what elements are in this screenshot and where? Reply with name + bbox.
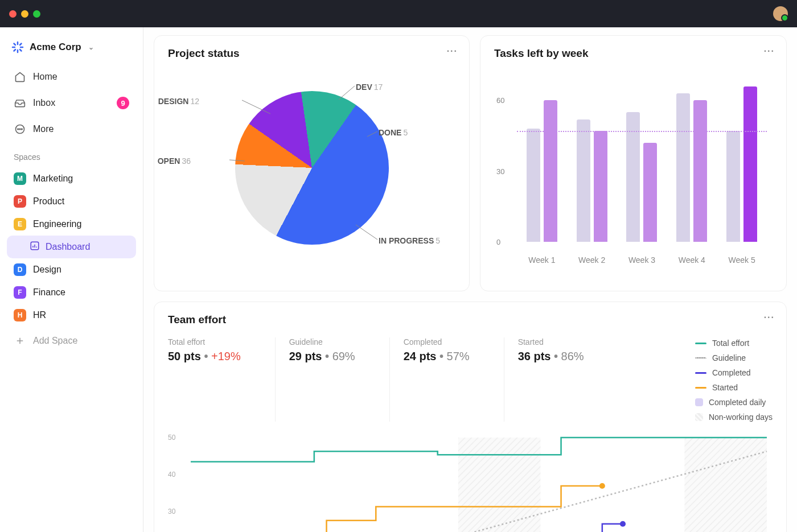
- svg-line-7: [14, 50, 16, 51]
- card-project-status: Project status ··· DEV17DONE5IN PROGRESS…: [154, 35, 470, 291]
- space-label: HR: [33, 310, 46, 320]
- bar-group: [577, 77, 607, 242]
- add-space-label: Add Space: [33, 336, 77, 346]
- bar[interactable]: [743, 86, 757, 242]
- effort-stats-row: Total effort 50 pts • +19% Guideline 29 …: [168, 337, 773, 422]
- main-content: Project status ··· DEV17DONE5IN PROGRESS…: [143, 27, 797, 532]
- chevron-down-icon: ⌄: [88, 43, 94, 51]
- legend-completed[interactable]: Completed: [695, 368, 773, 377]
- close-window-icon[interactable]: [9, 10, 17, 18]
- pie-label-design: DESIGN12: [158, 97, 199, 106]
- pie-label-dev: DEV17: [356, 83, 383, 92]
- inbox-icon: [14, 97, 26, 109]
- svg-point-11: [22, 129, 23, 130]
- pie-label-in-progress: IN PROGRESS5: [379, 236, 440, 245]
- inbox-badge: 9: [117, 97, 129, 109]
- card-team-effort: Team effort ··· Total effort 50 pts • +1…: [154, 302, 787, 532]
- y-tick: 30: [168, 508, 175, 515]
- home-icon: [14, 71, 26, 83]
- nav-more[interactable]: More: [7, 117, 136, 141]
- sidebar-space-marketing[interactable]: MMarketing: [7, 167, 136, 190]
- reference-line: [517, 131, 767, 132]
- more-icon: [14, 123, 26, 135]
- stat-guideline: Guideline 29 pts • 69%: [275, 337, 389, 422]
- sidebar-space-design[interactable]: DDesign: [7, 258, 136, 281]
- legend-guideline[interactable]: Guideline: [695, 353, 773, 362]
- svg-point-28: [620, 521, 626, 527]
- x-label: Week 3: [628, 255, 655, 265]
- nav-inbox[interactable]: Inbox 9: [7, 91, 136, 115]
- x-label: Week 4: [679, 255, 705, 265]
- bar[interactable]: [527, 129, 540, 242]
- space-badge-icon: P: [14, 195, 26, 208]
- bar-group: [726, 77, 757, 242]
- sidebar: Acme Corp ⌄ Home Inbox 9 More: [0, 27, 143, 532]
- bar[interactable]: [676, 93, 690, 242]
- x-label: Week 5: [728, 255, 755, 265]
- bar[interactable]: [726, 131, 740, 242]
- stat-total-effort: Total effort 50 pts • +19%: [168, 337, 275, 422]
- y-tick: 0: [496, 238, 500, 246]
- svg-point-10: [19, 129, 20, 130]
- bar[interactable]: [594, 131, 607, 242]
- nav-home-label: Home: [33, 72, 57, 82]
- card-menu-button[interactable]: ···: [447, 46, 458, 56]
- titlebar: [0, 0, 797, 27]
- card-title: Tasks left by week: [494, 47, 773, 60]
- svg-line-4: [14, 44, 16, 46]
- legend-completed-daily[interactable]: Completed daily: [695, 398, 773, 407]
- svg-line-5: [20, 50, 22, 51]
- legend-started[interactable]: Started: [695, 383, 773, 392]
- y-tick: 60: [496, 96, 504, 105]
- sidebar-space-product[interactable]: PProduct: [7, 190, 136, 213]
- line-chart: 20304050: [168, 438, 773, 532]
- add-space-button[interactable]: Add Space: [7, 329, 136, 353]
- spaces-section-label: Spaces: [7, 143, 136, 165]
- bar[interactable]: [577, 119, 590, 242]
- card-menu-button[interactable]: ···: [764, 46, 775, 56]
- pie-label-done: DONE5: [379, 128, 408, 137]
- effort-legend: Total effort Guideline Completed Started…: [695, 337, 773, 422]
- y-tick: 30: [496, 167, 504, 175]
- bar-group: [676, 77, 707, 242]
- space-label: Marketing: [33, 174, 73, 184]
- space-badge-icon: D: [14, 263, 26, 276]
- dashboard-label: Dashboard: [46, 242, 90, 252]
- sidebar-space-hr[interactable]: HHR: [7, 304, 136, 327]
- bar-group: [527, 77, 557, 242]
- card-menu-button[interactable]: ···: [764, 312, 775, 323]
- sidebar-space-engineering[interactable]: EEngineering: [7, 213, 136, 236]
- y-tick: 50: [168, 434, 175, 442]
- x-label: Week 2: [578, 255, 605, 265]
- svg-rect-26: [684, 438, 767, 532]
- bar-group: [626, 77, 657, 242]
- user-avatar[interactable]: [773, 6, 788, 21]
- sidebar-dashboard[interactable]: Dashboard: [7, 236, 136, 258]
- nav-home[interactable]: Home: [7, 65, 136, 89]
- minimize-window-icon[interactable]: [21, 10, 28, 18]
- workspace-logo-icon: [11, 41, 24, 53]
- legend-nonworking[interactable]: Non-working days: [695, 413, 773, 422]
- card-title: Project status: [168, 47, 455, 60]
- bar[interactable]: [693, 100, 707, 242]
- nav-inbox-label: Inbox: [33, 98, 55, 108]
- y-tick: 40: [168, 471, 175, 479]
- legend-total[interactable]: Total effort: [695, 339, 773, 348]
- stat-completed: Completed 24 pts • 57%: [389, 337, 504, 422]
- space-badge-icon: F: [14, 286, 26, 299]
- workspace-switcher[interactable]: Acme Corp ⌄: [7, 38, 136, 57]
- sidebar-space-finance[interactable]: FFinance: [7, 281, 136, 304]
- bar[interactable]: [643, 143, 657, 242]
- card-tasks-by-week: Tasks left by week ··· 03060 Week 1Week …: [480, 35, 787, 291]
- bar[interactable]: [544, 100, 557, 242]
- space-badge-icon: E: [14, 218, 26, 230]
- card-title: Team effort: [168, 314, 773, 326]
- x-label: Week 1: [528, 255, 555, 265]
- maximize-window-icon[interactable]: [33, 10, 40, 18]
- space-badge-icon: M: [14, 172, 26, 185]
- space-label: Design: [33, 265, 61, 275]
- space-label: Product: [33, 196, 64, 207]
- dashboard-icon: [30, 241, 40, 253]
- svg-point-27: [599, 483, 605, 489]
- workspace-name: Acme Corp: [30, 42, 81, 53]
